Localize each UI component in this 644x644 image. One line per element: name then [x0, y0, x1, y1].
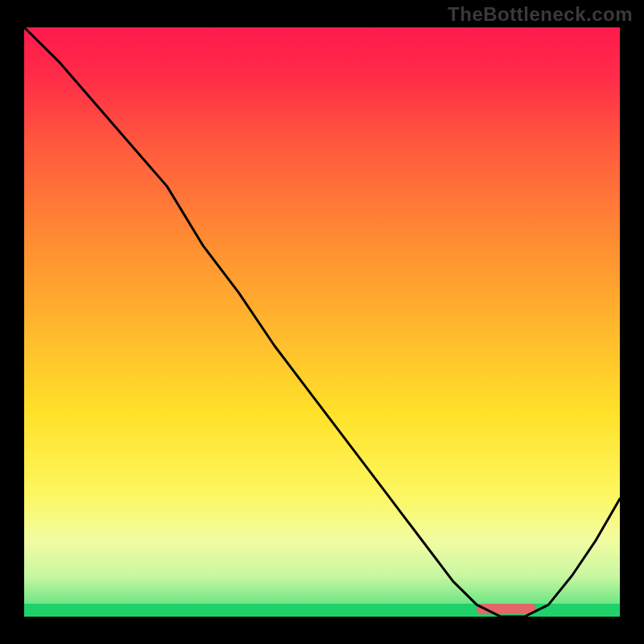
plot-frame: [24, 27, 620, 617]
figure: TheBottleneck.com: [0, 0, 644, 644]
bottleneck-curve: [24, 27, 620, 617]
watermark-text: TheBottleneck.com: [448, 3, 633, 26]
plot-area: [24, 27, 620, 617]
